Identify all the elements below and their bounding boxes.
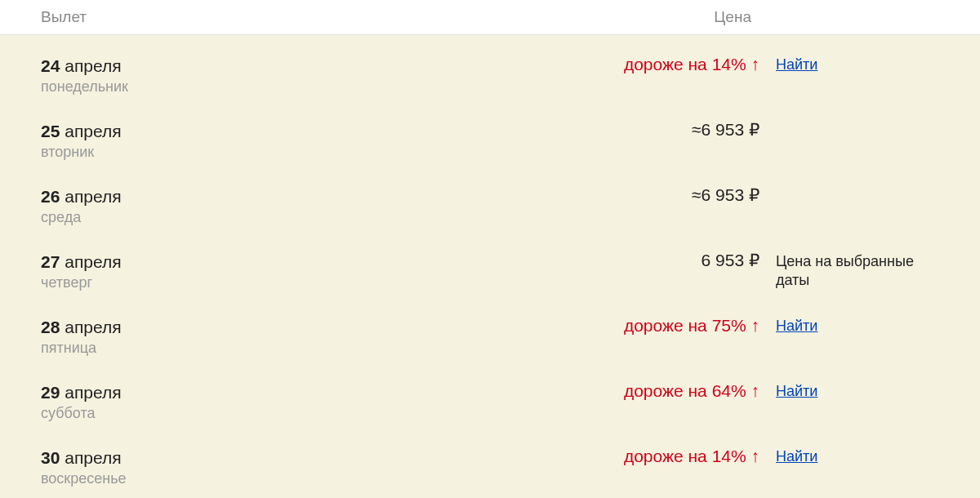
find-link[interactable]: Найти: [776, 448, 817, 465]
date-cell: 26 апрелясреда: [41, 185, 286, 226]
month-label: апреля: [65, 383, 121, 402]
weekday-label: понедельник: [41, 78, 286, 96]
weekday-label: воскресенье: [41, 470, 286, 487]
date-label: 24 апреля: [41, 55, 286, 77]
header-price: Цена: [714, 8, 939, 26]
date-cell: 29 апрелясуббота: [41, 381, 286, 422]
price-value: ≈6 953 ₽: [286, 120, 776, 140]
date-label: 29 апреля: [41, 381, 286, 403]
day-number: 30: [41, 448, 60, 467]
day-number: 25: [41, 122, 60, 140]
action-cell: Найти: [776, 381, 939, 400]
month-label: апреля: [65, 318, 121, 336]
date-cell: 25 апрелявторник: [41, 120, 286, 161]
day-number: 26: [41, 187, 60, 206]
date-cell: 24 апреляпонедельник: [41, 55, 286, 96]
weekday-label: среда: [41, 209, 286, 226]
action-cell: [776, 185, 939, 187]
find-link[interactable]: Найти: [776, 383, 817, 399]
date-row: 27 апрелячетверг6 953 ₽Цена на выбранные…: [0, 251, 980, 316]
date-row: 25 апрелявторник≈6 953 ₽: [0, 120, 980, 185]
month-label: апреля: [65, 252, 121, 271]
action-cell: Найти: [776, 55, 939, 73]
action-cell: [776, 120, 939, 122]
price-value: ≈6 953 ₽: [286, 185, 776, 205]
date-row: 30 апрелявоскресеньедороже на 14% ↑Найти: [0, 447, 980, 498]
price-relative: дороже на 64% ↑: [286, 381, 776, 401]
date-row: 26 апрелясреда≈6 953 ₽: [0, 185, 980, 251]
weekday-label: вторник: [41, 144, 286, 161]
price-relative: дороже на 14% ↑: [286, 55, 776, 74]
date-row: 28 апреляпятницадороже на 75% ↑Найти: [0, 316, 980, 381]
month-label: апреля: [65, 448, 121, 467]
price-calendar: 24 апреляпонедельникдороже на 14% ↑Найти…: [0, 35, 980, 498]
date-row: 29 апрелясубботадороже на 64% ↑Найти: [0, 381, 980, 447]
date-label: 30 апреля: [41, 447, 286, 469]
action-cell: Найти: [776, 316, 939, 335]
date-row: 24 апреляпонедельникдороже на 14% ↑Найти: [0, 55, 980, 120]
find-link[interactable]: Найти: [776, 56, 817, 73]
month-label: апреля: [65, 187, 121, 206]
day-number: 24: [41, 56, 60, 75]
day-number: 29: [41, 383, 60, 402]
month-label: апреля: [65, 56, 121, 75]
weekday-label: суббота: [41, 405, 286, 422]
price-relative: дороже на 14% ↑: [286, 447, 776, 466]
action-cell: Найти: [776, 447, 939, 465]
day-number: 27: [41, 252, 60, 271]
date-label: 28 апреля: [41, 316, 286, 338]
price-relative: дороже на 75% ↑: [286, 316, 776, 336]
date-label: 27 апреля: [41, 251, 286, 273]
month-label: апреля: [65, 122, 121, 140]
action-cell: Цена на выбранные даты: [776, 251, 939, 291]
selected-date-note: Цена на выбранные даты: [776, 252, 939, 291]
date-cell: 28 апреляпятница: [41, 316, 286, 357]
date-cell: 27 апрелячетверг: [41, 251, 286, 291]
date-cell: 30 апрелявоскресенье: [41, 447, 286, 487]
day-number: 28: [41, 318, 60, 336]
find-link[interactable]: Найти: [776, 318, 817, 334]
weekday-label: четверг: [41, 274, 286, 291]
table-header: Вылет Цена: [0, 0, 980, 35]
date-label: 26 апреля: [41, 185, 286, 207]
header-departure: Вылет: [41, 8, 87, 26]
price-value: 6 953 ₽: [286, 251, 776, 270]
date-label: 25 апреля: [41, 120, 286, 142]
weekday-label: пятница: [41, 340, 286, 357]
